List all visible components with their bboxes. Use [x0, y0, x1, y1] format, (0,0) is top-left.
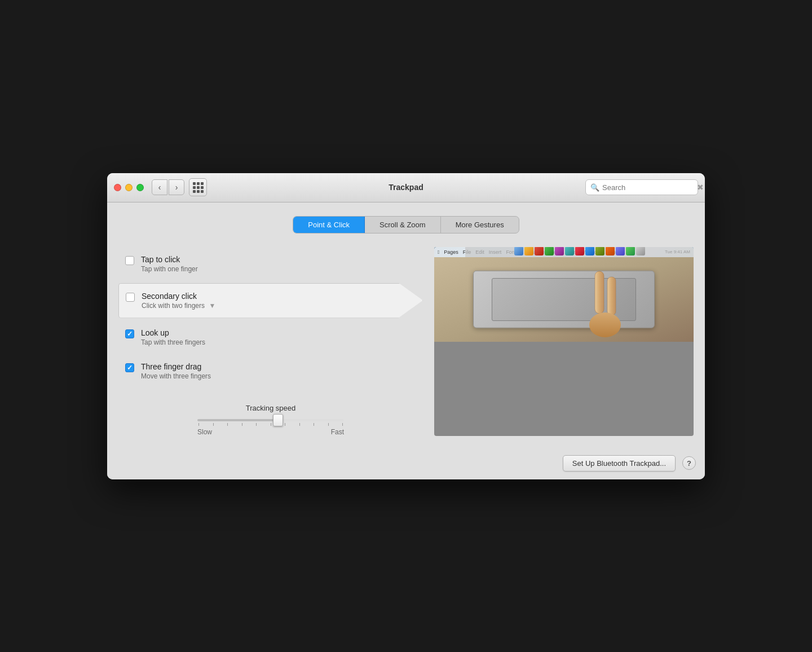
left-panel: Tap to click Tap with one finger Seconda… — [118, 247, 423, 436]
svg-point-2 — [589, 312, 621, 337]
tracking-title: Tracking speed — [118, 404, 423, 412]
tap-to-click-title: Tap to click — [141, 255, 416, 264]
nav-buttons: ‹ › — [152, 179, 184, 195]
preview-area:  Pages File Edit Insert Format Arrange … — [434, 247, 694, 436]
content-area: Point & Click Scroll & Zoom More Gesture… — [107, 202, 705, 447]
look-up-text: Look up Tap with three fingers — [141, 328, 416, 346]
search-icon: 🔍 — [590, 183, 599, 192]
look-up-title: Look up — [141, 328, 416, 337]
secondary-click-checkbox[interactable] — [126, 293, 135, 302]
traffic-lights — [114, 184, 144, 191]
option-look-up: ✓ Look up Tap with three fingers — [118, 320, 423, 354]
slider-track — [197, 419, 344, 421]
tab-bar: Point & Click Scroll & Zoom More Gesture… — [118, 216, 694, 234]
option-secondary-click: Secondary click Click with two fingers ▼ — [118, 283, 423, 318]
grid-button[interactable] — [189, 178, 207, 196]
slider-ticks — [197, 423, 344, 426]
forward-button[interactable]: › — [169, 179, 184, 195]
look-up-desc: Tap with three fingers — [141, 338, 416, 346]
tap-to-click-text: Tap to click Tap with one finger — [141, 255, 416, 273]
mac-dock — [465, 247, 694, 257]
grid-icon — [193, 182, 204, 193]
slider-thumb[interactable] — [273, 414, 283, 426]
minimize-button[interactable] — [125, 184, 133, 191]
search-clear-icon[interactable]: ✖ — [697, 183, 704, 192]
back-button[interactable]: ‹ — [152, 179, 167, 195]
search-bar[interactable]: 🔍 ✖ — [585, 179, 698, 195]
maximize-button[interactable] — [136, 184, 144, 191]
tracking-slider-container: Slow Fast — [197, 419, 344, 436]
tab-point-click[interactable]: Point & Click — [293, 217, 365, 233]
bottom-bar: Set Up Bluetooth Trackpad... ? — [107, 447, 705, 479]
three-finger-drag-desc: Move with three fingers — [141, 372, 416, 380]
window-title: Trackpad — [389, 183, 423, 192]
tab-more-gestures[interactable]: More Gestures — [441, 217, 519, 233]
fast-label: Fast — [331, 428, 344, 436]
look-up-checkbox[interactable]: ✓ — [125, 329, 134, 338]
svg-rect-1 — [607, 277, 616, 315]
preview-screen:  Pages File Edit Insert Format Arrange … — [434, 247, 694, 257]
main-area: Tap to click Tap with one finger Seconda… — [118, 247, 694, 436]
secondary-click-desc: Click with two fingers ▼ — [142, 302, 394, 310]
help-button[interactable]: ? — [682, 456, 696, 470]
three-finger-drag-checkbox[interactable]: ✓ — [125, 363, 134, 372]
svg-rect-0 — [595, 271, 604, 314]
tab-scroll-zoom[interactable]: Scroll & Zoom — [365, 217, 441, 233]
mac-screen:  Pages File Edit Insert Format Arrange … — [434, 247, 694, 257]
slow-label: Slow — [197, 428, 212, 436]
secondary-click-title: Secondary click — [142, 292, 394, 301]
main-window: ‹ › Trackpad 🔍 ✖ Point & Click Scroll & … — [107, 173, 705, 479]
tab-group: Point & Click Scroll & Zoom More Gesture… — [293, 216, 519, 234]
three-finger-drag-text: Three finger drag Move with three finger… — [141, 362, 416, 380]
option-three-finger-drag: ✓ Three finger drag Move with three fing… — [118, 354, 423, 388]
secondary-click-bg: Secondary click Click with two fingers ▼ — [118, 283, 423, 318]
search-input[interactable] — [602, 183, 697, 192]
hand-fingers — [584, 268, 629, 342]
setup-bluetooth-button[interactable]: Set Up Bluetooth Trackpad... — [563, 455, 676, 472]
option-tap-to-click: Tap to click Tap with one finger — [118, 247, 423, 281]
close-button[interactable] — [114, 184, 121, 191]
tap-to-click-checkbox[interactable] — [125, 256, 134, 265]
preview-hand — [434, 257, 694, 342]
slider-labels: Slow Fast — [197, 428, 344, 436]
three-finger-drag-title: Three finger drag — [141, 362, 416, 371]
tap-to-click-desc: Tap with one finger — [141, 265, 416, 273]
titlebar: ‹ › Trackpad 🔍 ✖ — [107, 173, 705, 202]
tracking-section: Tracking speed — [118, 404, 423, 436]
secondary-click-text: Secondary click Click with two fingers ▼ — [142, 292, 394, 310]
